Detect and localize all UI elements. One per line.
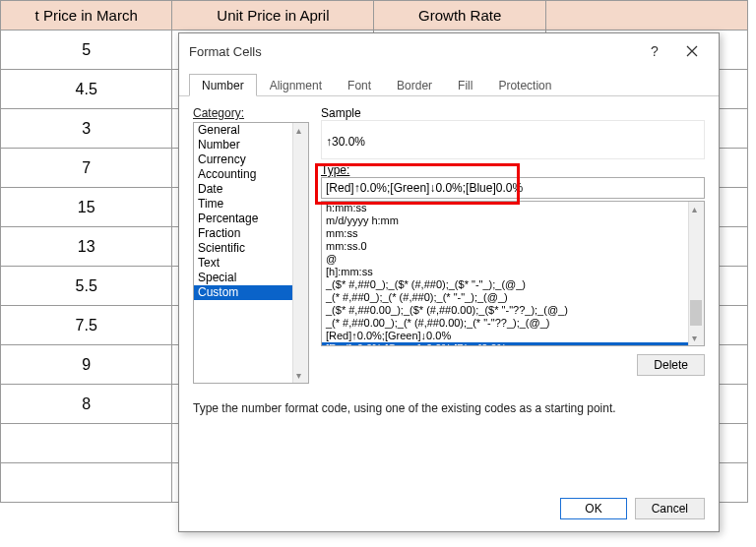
tab-protection[interactable]: Protection xyxy=(485,74,564,96)
sample-value: ↑30.0% xyxy=(321,120,705,159)
col-header-blank[interactable] xyxy=(545,1,747,30)
format-item[interactable]: _(* #,##0_);_(* (#,##0);_(* "-"_);_(@_) xyxy=(322,291,704,304)
header-row: t Price in March Unit Price in April Gro… xyxy=(1,1,748,30)
format-item[interactable]: _($* #,##0_);_($* (#,##0);_($* "-"_);_(@… xyxy=(322,278,704,291)
category-item[interactable]: Fraction xyxy=(194,226,308,241)
dialog-title: Format Cells xyxy=(187,44,636,59)
col-header-april[interactable]: Unit Price in April xyxy=(172,1,374,30)
cell[interactable]: 13 xyxy=(1,227,172,267)
help-button[interactable]: ? xyxy=(636,37,673,65)
cell[interactable]: 5 xyxy=(1,30,172,70)
category-item[interactable]: Number xyxy=(194,138,308,152)
dialog-tabs: NumberAlignmentFontBorderFillProtection xyxy=(179,69,719,96)
tab-number[interactable]: Number xyxy=(189,74,257,96)
category-item[interactable]: Currency xyxy=(194,152,308,167)
tab-alignment[interactable]: Alignment xyxy=(257,74,335,96)
close-icon xyxy=(686,45,698,57)
tab-font[interactable]: Font xyxy=(335,74,384,96)
format-item[interactable]: [Red]↑0.0%;[Green]↓0.0% xyxy=(322,330,704,342)
dialog-titlebar[interactable]: Format Cells ? xyxy=(179,33,719,69)
category-item[interactable]: Percentage xyxy=(194,212,308,226)
cancel-button[interactable]: Cancel xyxy=(635,498,705,519)
dialog-footer: OK Cancel xyxy=(179,498,719,531)
col-header-march[interactable]: t Price in March xyxy=(1,1,172,30)
category-list[interactable]: GeneralNumberCurrencyAccountingDateTimeP… xyxy=(193,122,309,384)
cell[interactable]: 9 xyxy=(1,345,172,385)
type-input[interactable] xyxy=(321,177,705,199)
tab-fill[interactable]: Fill xyxy=(445,74,485,96)
hint-text: Type the number format code, using one o… xyxy=(193,401,705,415)
scrollbar[interactable] xyxy=(292,123,308,383)
scrollbar-thumb[interactable] xyxy=(690,300,702,326)
category-item[interactable]: Scientific xyxy=(194,241,308,256)
cell[interactable]: 7 xyxy=(1,149,172,188)
category-item[interactable]: Date xyxy=(194,182,308,197)
type-label: Type: xyxy=(321,163,705,177)
format-cells-dialog: Format Cells ? NumberAlignmentFontBorder… xyxy=(178,32,720,532)
format-item[interactable]: mm:ss.0 xyxy=(322,240,704,253)
cell[interactable]: 4.5 xyxy=(1,70,172,109)
format-item[interactable]: h:mm:ss xyxy=(322,202,704,214)
sample-label: Sample xyxy=(321,106,705,120)
category-item[interactable]: Accounting xyxy=(194,167,308,182)
cell[interactable]: 3 xyxy=(1,109,172,149)
cell[interactable]: 15 xyxy=(1,188,172,227)
format-item[interactable]: @ xyxy=(322,253,704,266)
format-item[interactable]: m/d/yyyy h:mm xyxy=(322,214,704,227)
ok-button[interactable]: OK xyxy=(560,498,626,519)
tab-border[interactable]: Border xyxy=(384,74,445,96)
cell[interactable]: 7.5 xyxy=(1,306,172,345)
close-button[interactable] xyxy=(673,37,711,65)
delete-button[interactable]: Delete xyxy=(637,354,705,376)
cell[interactable]: 8 xyxy=(1,385,172,424)
cell[interactable]: 5.5 xyxy=(1,267,172,306)
format-item[interactable]: [h]:mm:ss xyxy=(322,266,704,278)
category-item[interactable]: General xyxy=(194,123,308,138)
category-label: Category: xyxy=(193,106,309,120)
format-list[interactable]: h:mm:ssm/d/yyyy h:mmmm:ssmm:ss.0@[h]:mm:… xyxy=(321,201,705,346)
col-header-growth[interactable]: Growth Rate xyxy=(374,1,545,30)
category-item[interactable]: Custom xyxy=(194,285,308,300)
category-item[interactable]: Time xyxy=(194,197,308,212)
format-item[interactable]: mm:ss xyxy=(322,227,704,240)
cell[interactable] xyxy=(1,463,172,503)
category-item[interactable]: Special xyxy=(194,271,308,285)
cell[interactable] xyxy=(1,424,172,463)
format-item[interactable]: _($* #,##0.00_);_($* (#,##0.00);_($* "-"… xyxy=(322,304,704,317)
category-item[interactable]: Text xyxy=(194,256,308,271)
format-item[interactable]: _(* #,##0.00_);_(* (#,##0.00);_(* "-"??_… xyxy=(322,317,704,330)
format-item[interactable]: [Red]↑0.0%;[Green]↓0.0%;[Blue]0.0% xyxy=(322,342,704,346)
